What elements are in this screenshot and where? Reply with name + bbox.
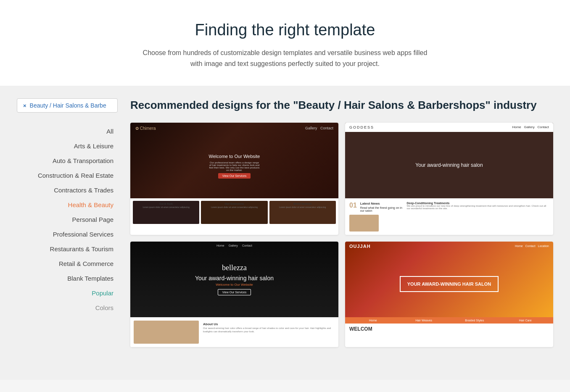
sidebar-item-popular[interactable]: Popular: [17, 286, 118, 300]
template-card-goddess[interactable]: GODDESS Home Gallery Contact Your award-…: [345, 123, 553, 235]
sidebar-item-personal[interactable]: Personal Page: [17, 213, 118, 226]
goddess-thumb-1: [349, 215, 379, 232]
oujjah-nav-links: Home Contact Location: [515, 245, 549, 247]
sidebar-item-health[interactable]: Health & Beauty: [17, 198, 118, 212]
bellezza-nav-gallery: Gallery: [229, 244, 238, 247]
hero-section: Finding the right template Choose from h…: [0, 0, 570, 86]
goddess-news-title: Latest News: [360, 202, 404, 205]
bellezza-thumb-1: [134, 321, 199, 344]
bellezza-sub: Welcome to Our Website: [216, 283, 253, 287]
goddess-content: 01 Latest News Read what the finest goin…: [345, 198, 553, 235]
goddess-num: 01: [349, 202, 357, 209]
goddess-brand: GODDESS: [349, 125, 374, 129]
bellezza-about-title: About Us: [203, 322, 333, 326]
goddess-nav-links: Home Gallery Contact: [512, 125, 549, 129]
bellezza-brand: bellezza: [222, 263, 247, 272]
category-nav: All Arts & Leisure Auto & Transportation…: [17, 124, 118, 315]
goddess-img-row: [349, 215, 549, 232]
bellezza-bottom: About Us Our award-winning hair color of…: [130, 317, 338, 347]
template-card-bellezza[interactable]: Home Gallery Contact bellezza Your award…: [130, 242, 338, 347]
chimera-hero-text: Our professional team offers a design ra…: [209, 161, 260, 171]
chimera-nav-links: Gallery Contact: [305, 126, 333, 130]
chimera-nav: ✿ Chimera Gallery Contact: [130, 123, 338, 134]
chimera-service-3: Bridal Services Lorem ipsum dolor sit am…: [269, 201, 336, 224]
oujjah-hero: YOUR AWARD-WINNING HAIR SALON: [345, 251, 553, 317]
goddess-nav: GODDESS Home Gallery Contact: [345, 123, 553, 132]
oujjah-nav-weaves: Hair Weaves: [399, 319, 449, 322]
sidebar-item-contractors[interactable]: Contractors & Trades: [17, 183, 118, 197]
chimera-services: Cut & Style Lorem ipsum dolor sit amet c…: [130, 198, 338, 226]
template-preview-oujjah: OUJJAH Home Contact Location YOUR AWARD-…: [345, 242, 553, 317]
chimera-service-1-text: Lorem ipsum dolor sit amet consectetur a…: [143, 206, 190, 208]
sidebar-item-restaurants[interactable]: Restaurants & Tourism: [17, 242, 118, 256]
bellezza-nav-contact: Contact: [242, 244, 252, 247]
goddess-deep-text: We are proud to introduce our new line o…: [407, 205, 549, 210]
oujjah-welcome-text: WELCOM: [349, 326, 549, 332]
bellezza-about-text: Our award-winning hair color offers a br…: [203, 327, 333, 334]
content-title: Recommended designs for the "Beauty / Ha…: [130, 98, 553, 113]
content-area: Recommended designs for the "Beauty / Ha…: [130, 98, 553, 367]
chimera-cta-btn[interactable]: View Our Services: [218, 173, 251, 179]
goddess-news: 01 Latest News Read what the finest goin…: [349, 202, 549, 212]
sidebar-item-retail[interactable]: Retail & Commerce: [17, 257, 118, 271]
bellezza-nav: Home Gallery Contact: [216, 244, 252, 247]
chimera-hero-title: Welcome to Our Website: [209, 154, 260, 159]
sidebar-item-colors[interactable]: Colors: [17, 301, 118, 315]
bellezza-tagline: Your award-winning hair salon: [195, 275, 274, 282]
oujjah-tagline-box: YOUR AWARD-WINNING HAIR SALON: [400, 276, 499, 292]
chimera-brand: ✿ Chimera: [135, 126, 156, 131]
templates-grid: ✿ Chimera Gallery Contact Welcome to Our…: [130, 123, 553, 347]
active-filter-tag[interactable]: × Beauty / Hair Salons & Barbe: [17, 98, 118, 113]
template-card-oujjah[interactable]: OUJJAH Home Contact Location YOUR AWARD-…: [345, 242, 553, 347]
sidebar-item-auto[interactable]: Auto & Transportation: [17, 154, 118, 168]
sidebar-item-construction[interactable]: Construction & Real Estate: [17, 168, 118, 182]
template-preview-goddess: GODDESS Home Gallery Contact Your award-…: [345, 123, 553, 198]
sidebar: × Beauty / Hair Salons & Barbe All Arts …: [17, 98, 118, 367]
sidebar-item-arts[interactable]: Arts & Leisure: [17, 139, 118, 153]
sidebar-item-professional[interactable]: Professional Services: [17, 227, 118, 241]
oujjah-content: WELCOM: [345, 324, 553, 334]
oujjah-nav: OUJJAH Home Contact Location: [345, 242, 553, 251]
chimera-service-2-text: Lorem ipsum dolor sit amet consectetur a…: [211, 206, 258, 208]
template-preview-bellezza: Home Gallery Contact bellezza Your award…: [130, 242, 338, 317]
chimera-service-3-title: Bridal Services: [293, 203, 311, 205]
bellezza-nav-home: Home: [216, 244, 224, 247]
goddess-deep-title: Deep-Conditioning Treatments: [407, 202, 549, 205]
goddess-news-text: Read what the finest going on in our sal…: [360, 206, 404, 212]
oujjah-nav-care: Hair Care: [501, 319, 550, 322]
remove-filter-icon[interactable]: ×: [23, 103, 26, 109]
filter-label: Beauty / Hair Salons & Barbe: [30, 102, 106, 109]
chimera-service-1: Cut & Style Lorem ipsum dolor sit amet c…: [133, 201, 199, 224]
page-title: Finding the right template: [8, 21, 562, 39]
oujjah-hero-title: YOUR AWARD-WINNING HAIR SALON: [407, 281, 491, 287]
oujjah-nav-braided: Braided Styles: [450, 319, 499, 322]
chimera-service-2: Hair Extensions Lorem ipsum dolor sit am…: [201, 201, 267, 224]
oujjah-nav-home: Home: [348, 319, 398, 322]
chimera-service-3-text: Lorem ipsum dolor sit amet consectetur a…: [279, 206, 326, 208]
oujjah-bottom-nav: Home Hair Weaves Braided Styles Hair Car…: [345, 317, 553, 324]
template-preview-chimera: ✿ Chimera Gallery Contact Welcome to Our…: [130, 123, 338, 198]
sidebar-item-all[interactable]: All: [17, 124, 118, 138]
oujjah-brand: OUJJAH: [349, 244, 371, 249]
goddess-hero-title: Your award-winning hair salon: [415, 162, 483, 168]
chimera-hero: Welcome to Our Website Our professional …: [130, 134, 338, 198]
template-card-chimera[interactable]: ✿ Chimera Gallery Contact Welcome to Our…: [130, 123, 338, 235]
chimera-service-2-title: Hair Extensions: [225, 203, 244, 205]
goddess-deep-info: Deep-Conditioning Treatments We are prou…: [407, 202, 549, 210]
goddess-hero: Your award-winning hair salon: [345, 132, 553, 198]
bellezza-btn[interactable]: View Our Services: [218, 289, 251, 295]
main-layout: × Beauty / Hair Salons & Barbe All Arts …: [0, 86, 570, 380]
goddess-news-info: Latest News Read what the finest going o…: [360, 202, 404, 212]
chimera-service-1-title: Cut & Style: [159, 203, 173, 205]
sidebar-item-blank[interactable]: Blank Templates: [17, 271, 118, 285]
bellezza-about: About Us Our award-winning hair color of…: [201, 321, 335, 344]
hero-description: Choose from hundreds of customizable des…: [138, 47, 432, 69]
